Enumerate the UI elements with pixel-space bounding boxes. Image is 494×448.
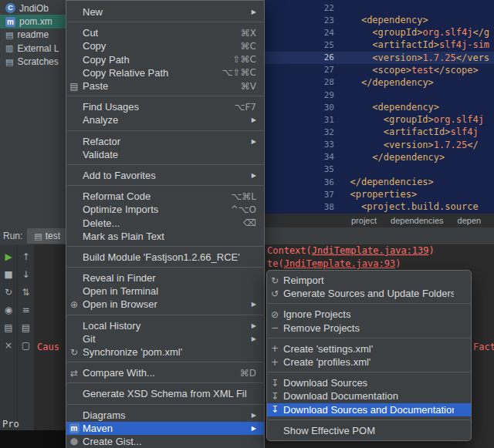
- menu-item-validate[interactable]: Validate: [66, 148, 264, 161]
- menu-item-delete[interactable]: Delete...⌫: [66, 216, 264, 229]
- updown-button[interactable]: ⇅: [18, 283, 34, 301]
- menu-separator: [67, 185, 263, 186]
- code-line-30[interactable]: 30 <dependency>: [265, 101, 494, 113]
- menu-item-download-sources-and-documentation[interactable]: ↧Download Sources and Documentation: [267, 403, 471, 416]
- code-line-29[interactable]: 29: [265, 89, 494, 101]
- code-text: <properties>: [339, 189, 417, 200]
- menu-item-refactor[interactable]: Refactor▶: [66, 135, 264, 148]
- menu-item-label: Create 'profiles.xml': [283, 356, 454, 368]
- tree-item-external-l[interactable]: ▥External L: [0, 42, 66, 55]
- menu-item-icon-slot: ↻: [68, 348, 80, 357]
- code-line-25[interactable]: 25 <artifactId>slf4j-sim: [265, 39, 494, 51]
- menu-item-new[interactable]: New▶: [66, 5, 264, 19]
- menu-item-label: Synchronize 'pom.xml': [83, 346, 247, 358]
- pom-tab-dependencies[interactable]: dependencies: [391, 216, 444, 225]
- code-line-22[interactable]: 22: [265, 2, 494, 14]
- menu-item-reformat-code[interactable]: Reformat Code⌥⌘L: [66, 190, 264, 203]
- code-line-36[interactable]: 36 </dependencies>: [265, 176, 494, 188]
- menu-item-download-sources[interactable]: ↧Download Sources: [267, 376, 471, 389]
- console-stacktrace-line[interactable]: te(JndiTemplate.java:93): [267, 258, 401, 269]
- code-line-33[interactable]: 33 <version>1.7.25</: [265, 139, 494, 151]
- clear-button[interactable]: ×: [0, 336, 17, 354]
- menu-item-create-gist[interactable]: ●Create Gist...: [66, 435, 264, 448]
- menu-item-diagrams[interactable]: Diagrams▶: [66, 409, 264, 422]
- menu-item-git[interactable]: Git▶: [66, 332, 264, 345]
- menu-item-ignore-projects[interactable]: ⊘Ignore Projects: [267, 308, 471, 321]
- menu-item-compare-with[interactable]: ⇄Compare With...⌘D: [66, 366, 264, 379]
- code-line-23[interactable]: 23 <dependency>: [265, 14, 494, 26]
- menu-item-label: Ignore Projects: [283, 308, 454, 320]
- code-line-35[interactable]: 35: [265, 163, 494, 176]
- code-line-32[interactable]: 32 <artifactId>slf4j: [265, 126, 494, 138]
- menu-item-synchronize-pom-xml[interactable]: ↻Synchronize 'pom.xml': [66, 345, 264, 359]
- line-number: 36: [265, 177, 339, 187]
- menu-item-open-in-terminal[interactable]: Open in Terminal: [66, 285, 264, 298]
- up-button[interactable]: ↑: [18, 248, 34, 265]
- pin-button[interactable]: ◉: [0, 301, 17, 318]
- menu-item-label: Open in Browser: [83, 298, 242, 310]
- menu-item-copy-relative-path[interactable]: Copy Relative Path⌥⇧⌘C: [66, 66, 264, 79]
- code-line-31[interactable]: 31 <groupId>org.slf4j: [265, 113, 494, 126]
- stop-button[interactable]: ■: [0, 265, 17, 283]
- menu-item-open-in-browser[interactable]: ⊕Open in Browser▶: [66, 298, 264, 311]
- code-text: </dependency>: [339, 77, 434, 88]
- menu-item-create-profiles-xml[interactable]: +Create 'profiles.xml': [267, 355, 471, 369]
- line-number: 32: [265, 127, 339, 137]
- console-stacktrace-line[interactable]: Context(JndiTemplate.java:139): [267, 245, 435, 256]
- menu-item-label: Maven: [83, 423, 242, 434]
- menu-item-create-settings-xml[interactable]: +Create 'settings.xml': [267, 342, 471, 355]
- printer-button[interactable]: ▤: [0, 318, 17, 336]
- printer-button[interactable]: ▤: [18, 318, 34, 336]
- menu-item-show-effective-pom[interactable]: Show Effective POM: [267, 424, 471, 437]
- down-button[interactable]: ↓: [18, 265, 34, 283]
- code-line-34[interactable]: 34 </dependency>: [265, 151, 494, 163]
- menu-item-icon-slot: ↧: [269, 392, 281, 401]
- menu-item-generate-xsd-schema-from-xml-file[interactable]: Generate XSD Schema from XML File...: [66, 387, 264, 400]
- menu-item-label: Remove Projects: [283, 322, 454, 334]
- menu-item-build-module-fastjson1-2-66-rce[interactable]: Build Module 'Fastjson1.2.66_RCE': [66, 251, 264, 264]
- menu-item-local-history[interactable]: Local History▶: [66, 319, 264, 332]
- code-line-26[interactable]: 26 <version>1.7.25</vers: [265, 52, 494, 64]
- tree-item-jndiob[interactable]: CJndiOb: [0, 2, 66, 15]
- menu-item-analyze[interactable]: Analyze▶: [66, 113, 264, 126]
- play-button[interactable]: ▶: [0, 248, 17, 265]
- menu-item-label: Build Module 'Fastjson1.2.66_RCE': [83, 251, 247, 263]
- code-line-28[interactable]: 28 </dependency>: [265, 76, 494, 89]
- menu-item-reimport[interactable]: ↻Reimport: [267, 274, 471, 287]
- class-icon: C: [5, 3, 15, 13]
- tree-item-scratches[interactable]: ▤Scratches: [0, 56, 66, 69]
- tree-item-label: JndiOb: [19, 3, 49, 14]
- menu-item-copy[interactable]: Copy⌘C: [66, 39, 264, 52]
- tree-item-readme[interactable]: ▤readme: [0, 29, 66, 42]
- menu-item-download-documentation[interactable]: ↧Download Documentation: [267, 389, 471, 403]
- menu-item-reveal-in-finder[interactable]: Reveal in Finder: [66, 271, 264, 285]
- menu-shortcut: ⌫: [243, 217, 256, 228]
- code-line-27[interactable]: 27 <scope>test</scope>: [265, 64, 494, 76]
- stacktrace-link[interactable]: JndiTemplate.java:139: [312, 245, 429, 256]
- menu-item-remove-projects[interactable]: −Remove Projects: [267, 322, 471, 335]
- menu-item-mark-as-plain-text[interactable]: Mark as Plain Text: [66, 230, 264, 243]
- code-line-24[interactable]: 24 <groupId>org.slf4j</g: [265, 26, 494, 39]
- menu-item-label: Reveal in Finder: [83, 272, 247, 284]
- menu-separator: [268, 338, 470, 339]
- menu-item-add-to-favorites[interactable]: Add to Favorites▶: [66, 169, 264, 182]
- softwrap-button[interactable]: ≡: [18, 301, 34, 318]
- menu-item-maven[interactable]: mMaven▶: [66, 422, 264, 435]
- stacktrace-link[interactable]: JndiTemplate.java:93: [284, 258, 396, 269]
- trash-button[interactable]: ▢: [18, 336, 34, 354]
- pom-tab-project[interactable]: project: [351, 216, 377, 225]
- run-tab-test[interactable]: ▤ test: [27, 228, 67, 244]
- menu-item-generate-sources-and-update-folders[interactable]: ↺Generate Sources and Update Folders: [267, 287, 471, 300]
- pom-tab-depen[interactable]: depen: [458, 216, 482, 225]
- code-line-37[interactable]: 37 <properties>: [265, 188, 494, 200]
- menu-item-optimize-imports[interactable]: Optimize Imports^⌥O: [66, 203, 264, 216]
- tree-item-pom-xm[interactable]: mpom.xm: [0, 15, 66, 28]
- rerun-button[interactable]: ↻: [0, 283, 17, 301]
- menu-item-cut[interactable]: Cut⌘X: [66, 26, 264, 39]
- line-number: 34: [265, 152, 339, 162]
- menu-item-paste[interactable]: ▤Paste⌘V: [66, 79, 264, 93]
- code-text: <dependency>: [339, 15, 428, 25]
- code-line-38[interactable]: 38 <project.build.source: [265, 200, 494, 213]
- menu-item-find-usages[interactable]: Find Usages⌥F7: [66, 100, 264, 113]
- menu-item-copy-path[interactable]: Copy Path⇧⌘C: [66, 53, 264, 66]
